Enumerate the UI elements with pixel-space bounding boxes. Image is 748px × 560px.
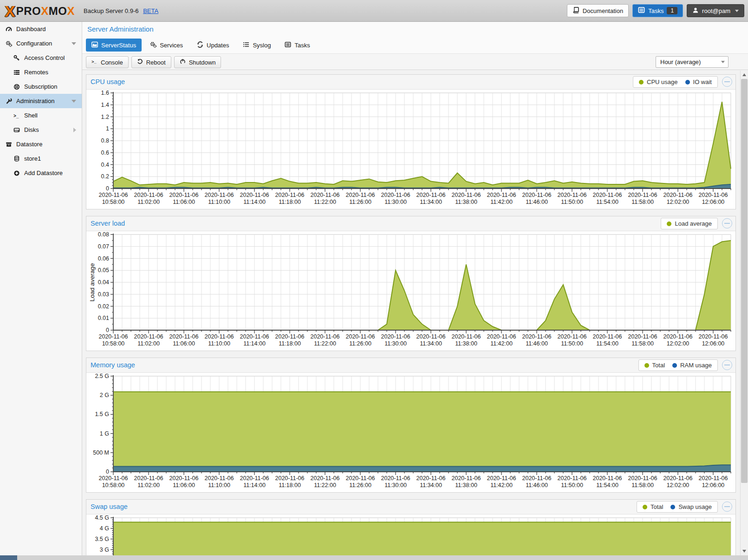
svg-text:2020-11-06: 2020-11-06 xyxy=(487,333,516,340)
legend-label: RAM usage xyxy=(680,362,712,369)
svg-text:11:38:00: 11:38:00 xyxy=(455,199,477,205)
svg-text:2020-11-06: 2020-11-06 xyxy=(522,192,551,198)
product-name: Backup Server 0.9-6 BETA xyxy=(84,7,158,14)
sidebar-item-administration[interactable]: Administration xyxy=(0,94,82,108)
tab-services[interactable]: Services xyxy=(144,39,189,52)
svg-text:2020-11-06: 2020-11-06 xyxy=(557,333,586,340)
sidebar-item-datastore[interactable]: Datastore xyxy=(0,137,82,151)
scrollbar-down-arrow[interactable] xyxy=(741,547,748,555)
tab-label: Tasks xyxy=(294,42,310,49)
sidebar-item-add-datastore[interactable]: Add Datastore xyxy=(0,166,82,180)
console-button[interactable]: >_ Console xyxy=(86,56,129,68)
svg-text:11:18:00: 11:18:00 xyxy=(279,482,301,488)
brand-letter: M xyxy=(49,4,59,18)
svg-text:10:58:00: 10:58:00 xyxy=(102,482,125,488)
svg-text:11:34:00: 11:34:00 xyxy=(420,199,442,205)
time-range-select[interactable]: Hour (average) xyxy=(656,56,728,68)
brand-letter: R xyxy=(24,4,32,18)
svg-text:11:34:00: 11:34:00 xyxy=(420,482,442,488)
sidebar-item-shell[interactable]: >_ Shell xyxy=(0,108,82,123)
scrollbar-up-arrow[interactable] xyxy=(741,71,748,78)
sidebar-item-remotes[interactable]: Remotes xyxy=(0,65,82,79)
svg-text:0.01: 0.01 xyxy=(98,315,109,321)
svg-text:11:06:00: 11:06:00 xyxy=(173,199,195,205)
sidebar-item-store1[interactable]: store1 xyxy=(0,151,82,166)
toolbar: >_ Console Reboot Shutdown Hour (average… xyxy=(82,53,748,70)
svg-text:2020-11-06: 2020-11-06 xyxy=(310,333,339,340)
svg-text:11:50:00: 11:50:00 xyxy=(561,482,583,488)
svg-text:2020-11-06: 2020-11-06 xyxy=(663,192,692,198)
svg-text:2020-11-06: 2020-11-06 xyxy=(169,475,198,482)
legend-dot-icon xyxy=(644,363,649,368)
svg-text:11:22:00: 11:22:00 xyxy=(314,340,336,347)
svg-text:11:30:00: 11:30:00 xyxy=(384,199,407,205)
svg-text:12:06:00: 12:06:00 xyxy=(702,199,725,205)
tab-syslog[interactable]: Syslog xyxy=(237,39,276,52)
sidebar-item-label: Add Datastore xyxy=(24,169,63,176)
sidebar-item-label: Access Control xyxy=(24,54,65,61)
expander-right-icon[interactable] xyxy=(73,128,76,132)
expander-down-icon[interactable] xyxy=(72,42,76,45)
chart-plot: 2020-11-0610:58:002020-11-0611:02:002020… xyxy=(88,515,734,555)
expander-down-icon[interactable] xyxy=(72,100,76,103)
svg-text:2020-11-06: 2020-11-06 xyxy=(592,192,622,198)
sidebar: Dashboard Configuration Access Control R… xyxy=(0,22,82,555)
archive-icon xyxy=(4,141,13,148)
svg-text:11:14:00: 11:14:00 xyxy=(243,199,266,205)
legend-entry: CPU usage xyxy=(639,78,677,85)
panel-title: CPU usage xyxy=(91,78,125,85)
svg-text:12:02:00: 12:02:00 xyxy=(667,340,689,347)
user-menu-button[interactable]: root@pam xyxy=(687,4,744,17)
chevron-down-icon xyxy=(735,10,739,12)
legend-label: IO wait xyxy=(693,78,712,85)
shutdown-button[interactable]: Shutdown xyxy=(174,56,221,68)
beta-link[interactable]: BETA xyxy=(143,7,158,14)
svg-text:11:22:00: 11:22:00 xyxy=(314,482,336,488)
svg-text:1.4: 1.4 xyxy=(101,102,109,108)
sidebar-item-access-control[interactable]: Access Control xyxy=(0,51,82,65)
svg-text:2020-11-06: 2020-11-06 xyxy=(275,192,304,198)
sidebar-item-configuration[interactable]: Configuration xyxy=(0,36,82,51)
sidebar-item-disks[interactable]: Disks xyxy=(0,123,82,137)
svg-text:2020-11-06: 2020-11-06 xyxy=(698,475,728,482)
minus-circle-icon[interactable] xyxy=(722,360,732,370)
svg-text:2020-11-06: 2020-11-06 xyxy=(381,475,410,482)
proxmox-logo[interactable]: XPROXMOX xyxy=(5,2,75,20)
chart-plot: 2020-11-0610:58:002020-11-0611:02:002020… xyxy=(88,232,734,348)
sidebar-item-subscription[interactable]: Subscription xyxy=(0,79,82,94)
panel-header: CPU usage CPU usage IO wait xyxy=(86,75,735,90)
legend-entry: Swap usage xyxy=(670,503,712,510)
svg-text:0.6: 0.6 xyxy=(101,150,109,156)
user-icon xyxy=(692,7,699,15)
brand-letter: X xyxy=(41,4,49,18)
tab-tasks[interactable]: Tasks xyxy=(279,39,315,52)
svg-text:11:02:00: 11:02:00 xyxy=(137,482,160,488)
legend-label: Load average xyxy=(675,220,712,227)
brand-letter: O xyxy=(32,4,41,18)
brand-letter: X xyxy=(67,4,75,18)
minus-circle-icon[interactable] xyxy=(722,77,732,87)
svg-text:2020-11-06: 2020-11-06 xyxy=(169,192,198,198)
documentation-button[interactable]: Documentation xyxy=(567,4,629,17)
legend-entry: Total xyxy=(644,362,665,369)
minus-circle-icon[interactable] xyxy=(722,501,732,512)
reboot-button[interactable]: Reboot xyxy=(131,56,171,68)
svg-text:11:42:00: 11:42:00 xyxy=(490,199,513,205)
svg-text:11:50:00: 11:50:00 xyxy=(561,340,583,347)
svg-text:2020-11-06: 2020-11-06 xyxy=(345,333,375,340)
svg-text:11:02:00: 11:02:00 xyxy=(137,340,160,347)
terminal-icon: >_ xyxy=(12,112,21,119)
svg-text:2020-11-06: 2020-11-06 xyxy=(628,192,657,198)
vertical-scrollbar[interactable] xyxy=(740,71,748,555)
svg-text:10:58:00: 10:58:00 xyxy=(102,340,125,347)
scrollbar-thumb[interactable] xyxy=(741,79,748,483)
tasks-button[interactable]: Tasks 1 xyxy=(632,4,683,17)
svg-text:11:26:00: 11:26:00 xyxy=(349,482,371,488)
tab-serverstatus[interactable]: ServerStatus xyxy=(86,39,142,52)
svg-text:2020-11-06: 2020-11-06 xyxy=(416,192,445,198)
svg-text:11:06:00: 11:06:00 xyxy=(173,482,195,488)
tab-updates[interactable]: Updates xyxy=(191,39,234,52)
sidebar-item-dashboard[interactable]: Dashboard xyxy=(0,22,82,36)
minus-circle-icon[interactable] xyxy=(722,218,732,228)
time-range-value: Hour (average) xyxy=(660,59,701,65)
